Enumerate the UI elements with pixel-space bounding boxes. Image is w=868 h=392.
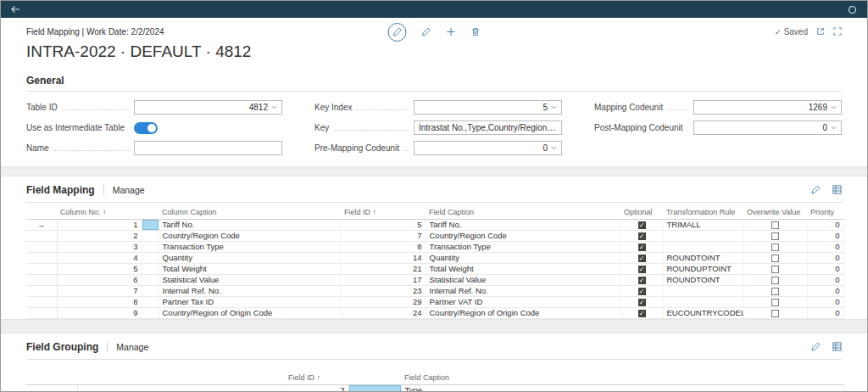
grid-cell[interactable]: 2 [57, 231, 142, 242]
grid-cell[interactable]: 0 [807, 231, 843, 242]
checkbox-cell[interactable] [743, 231, 807, 242]
checkbox-cell[interactable] [620, 264, 663, 275]
grid-cell[interactable] [142, 308, 159, 319]
grid-cell[interactable]: Statistical Value [426, 275, 620, 286]
grid-cell[interactable]: 0 [807, 220, 843, 231]
checked-checkbox[interactable] [638, 232, 646, 240]
expand-icon[interactable] [833, 27, 842, 37]
grid-cell[interactable]: Total Weight [159, 264, 341, 275]
column-header[interactable]: Column Caption [159, 206, 341, 220]
grid-cell[interactable]: Partner Tax ID [159, 297, 341, 308]
open-in-excel-icon[interactable] [832, 182, 842, 198]
grid-cell[interactable] [663, 231, 743, 242]
grid-cell[interactable] [142, 231, 159, 242]
grid-cell[interactable]: 8 [57, 297, 142, 308]
checkbox-cell[interactable] [743, 286, 807, 297]
new-icon[interactable] [447, 25, 456, 40]
row-indicator[interactable]: → [26, 220, 57, 231]
grid-cell[interactable]: 29 [341, 297, 426, 308]
grid-cell[interactable]: Tariff No. [426, 220, 620, 231]
checkbox-cell[interactable] [620, 253, 663, 264]
unchecked-checkbox[interactable] [771, 255, 779, 262]
row-indicator[interactable] [26, 253, 57, 264]
grid-cell[interactable]: 8 [341, 242, 426, 253]
grid-cell[interactable]: 0 [807, 242, 843, 253]
grid-cell[interactable]: Transaction Type [159, 242, 341, 253]
grid-cell[interactable]: 1 [57, 220, 142, 231]
chevron-down-icon[interactable] [551, 146, 557, 150]
unchecked-checkbox[interactable] [771, 310, 779, 317]
checkbox-cell[interactable] [743, 297, 807, 308]
checked-checkbox[interactable] [638, 255, 646, 262]
pre-mapping-codeunit-input[interactable]: 0 [414, 141, 562, 155]
checked-checkbox[interactable] [638, 310, 646, 317]
grid-cell[interactable]: Internal Ref. No. [426, 286, 620, 297]
grid-cell[interactable] [663, 242, 743, 253]
edit-button[interactable] [388, 23, 407, 42]
chevron-down-icon[interactable] [831, 105, 837, 109]
column-header[interactable]: Optional [620, 206, 663, 220]
chevron-down-icon[interactable] [551, 105, 557, 109]
grid-cell[interactable]: 0 [807, 253, 843, 264]
grid-cell[interactable]: 0 [807, 264, 843, 275]
grid-cell[interactable]: 9 [57, 308, 142, 319]
app-ring-icon[interactable] [848, 5, 857, 14]
column-header[interactable]: Overwrite Value [743, 206, 807, 220]
grid-cell[interactable]: ROUNDTOINT [663, 275, 743, 286]
post-mapping-codeunit-input[interactable]: 0 [693, 120, 842, 135]
grid-cell[interactable]: 0 [807, 286, 843, 297]
unchecked-checkbox[interactable] [771, 232, 779, 240]
delete-icon[interactable] [471, 25, 481, 40]
column-header[interactable]: Transformation Rule [663, 206, 743, 220]
grid-cell[interactable]: 5 [341, 220, 426, 231]
checkbox-cell[interactable] [743, 253, 807, 264]
grid-cell[interactable] [142, 297, 159, 308]
row-indicator[interactable] [26, 231, 57, 242]
row-indicator[interactable] [26, 242, 57, 253]
table-id-input[interactable]: 4812 [134, 100, 282, 115]
grid-cell[interactable]: 7 [57, 286, 142, 297]
checked-checkbox[interactable] [638, 266, 646, 273]
grid-cell[interactable]: ROUNDUPTOINT [663, 264, 743, 275]
grid-cell[interactable]: 17 [341, 275, 426, 286]
grid-cell[interactable] [663, 286, 743, 297]
grid-cell[interactable]: Tariff No. [159, 220, 341, 231]
field-grouping-manage-menu[interactable]: Manage [116, 342, 148, 352]
grid-cell[interactable]: Country/Region of Origin Code [426, 308, 620, 319]
row-indicator[interactable]: → [26, 385, 77, 392]
grid-cell[interactable]: ROUNDTOINT [663, 253, 743, 264]
checkbox-cell[interactable] [620, 231, 663, 242]
grid-cell[interactable] [142, 242, 159, 253]
back-arrow-icon[interactable] [11, 5, 20, 14]
grid-cell[interactable]: 23 [341, 286, 426, 297]
column-header[interactable]: Column No. ↑ [57, 206, 142, 220]
checkbox-cell[interactable] [743, 264, 807, 275]
grid-cell[interactable] [142, 220, 159, 231]
grid-cell[interactable] [77, 385, 285, 392]
row-indicator[interactable] [26, 264, 57, 275]
grid-cell[interactable]: 0 [807, 297, 843, 308]
grid-cell[interactable] [142, 286, 159, 297]
column-header[interactable]: Field ID ↑ [341, 206, 426, 220]
grid-cell[interactable]: 14 [341, 253, 426, 264]
grid-cell[interactable]: EUCOUNTRYCODELOOKUP [663, 308, 743, 319]
grid-cell[interactable]: 5 [57, 264, 142, 275]
grid-cell[interactable]: Total Weight [426, 264, 620, 275]
checked-checkbox[interactable] [638, 221, 646, 229]
grid-cell[interactable] [142, 275, 159, 286]
edit-list-icon[interactable] [811, 182, 821, 198]
checkbox-cell[interactable] [620, 242, 663, 253]
open-in-new-icon[interactable] [816, 27, 825, 37]
chevron-down-icon[interactable] [831, 126, 837, 130]
grid-cell[interactable] [142, 253, 159, 264]
field-mapping-manage-menu[interactable]: Manage [113, 185, 145, 195]
grid-cell[interactable]: 0 [807, 308, 843, 319]
use-as-intermediate-table-toggle[interactable] [134, 122, 158, 134]
grid-cell[interactable] [142, 264, 159, 275]
grid-cell[interactable]: Statistical Value [159, 275, 341, 286]
edit-list-icon[interactable] [422, 25, 431, 40]
grid-cell[interactable]: Partner VAT ID [426, 297, 620, 308]
grid-cell[interactable]: TRIMALL [663, 220, 743, 231]
column-header[interactable]: Field Caption [401, 372, 843, 385]
checked-checkbox[interactable] [638, 277, 646, 284]
